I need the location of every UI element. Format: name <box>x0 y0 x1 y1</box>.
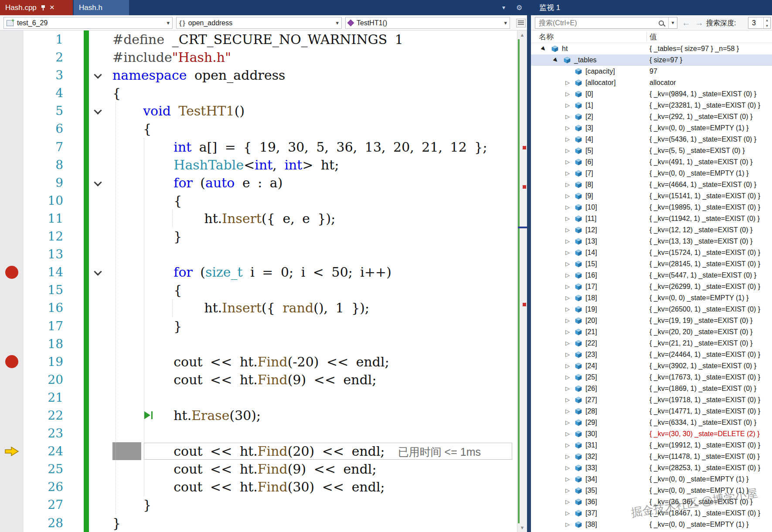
expand-arrow-icon[interactable]: ▷ <box>565 100 570 111</box>
watch-name[interactable]: [15] <box>585 258 597 270</box>
expand-arrow-icon[interactable]: ▷ <box>565 383 570 394</box>
watch-row-[5][interactable]: ▷[5]{ _kv=(5, 5) _state=EXIST (0) } <box>531 145 772 156</box>
watch-search[interactable]: ▾ <box>535 17 677 29</box>
breakpoint-margin[interactable] <box>0 84 24 102</box>
expand-arrow-icon[interactable]: ▷ <box>565 394 570 406</box>
watch-name[interactable]: [37] <box>585 508 597 519</box>
breakpoint-icon[interactable] <box>5 355 18 368</box>
watch-row-[18][interactable]: ▷[18]{ _kv=(0, 0) _state=EMPTY (1) } <box>531 292 772 304</box>
watch-value[interactable]: { _kv=(292, 1) _state=EXIST (0) } <box>650 111 752 122</box>
watch-row-_tables[interactable]: ▶_tables{ size=97 } <box>531 54 772 66</box>
expand-arrow-icon[interactable]: ▷ <box>565 428 570 440</box>
code-text[interactable] <box>108 335 527 353</box>
watch-value[interactable]: { _kv=(15724, 1) _state=EXIST (0) } <box>650 247 760 258</box>
watch-name[interactable]: [22] <box>585 338 597 349</box>
watch-name[interactable]: [18] <box>585 292 597 304</box>
watch-name[interactable]: [33] <box>585 462 597 474</box>
watch-name[interactable]: [20] <box>585 315 597 326</box>
watch-row-[29][interactable]: ▷[29]{ _kv=(6334, 1) _state=EXIST (0) } <box>531 417 772 428</box>
watch-value[interactable]: { _kv=(6334, 1) _state=EXIST (0) } <box>650 417 756 428</box>
expand-arrow-icon[interactable]: ▷ <box>565 247 570 258</box>
watch-row-[37][interactable]: ▷[37]{ _kv=(18467, 1) _state=EXIST (0) } <box>531 508 772 519</box>
spin-down-icon[interactable]: ▾ <box>764 23 770 29</box>
code-line-26[interactable]: 26 cout << ht.Find(30) << endl; <box>0 478 527 496</box>
expand-arrow-icon[interactable]: ▷ <box>565 156 570 168</box>
expand-arrow-icon[interactable]: ▷ <box>565 304 570 315</box>
code-line-3[interactable]: 3namespace open_address <box>0 66 527 84</box>
watch-value[interactable]: { _kv=(15141, 1) _state=EXIST (0) } <box>650 190 760 202</box>
watch-value[interactable]: { _kv=(0, 0) _state=EMPTY (1) } <box>650 519 748 530</box>
fold-margin[interactable] <box>89 192 108 210</box>
watch-value[interactable]: allocator <box>650 77 676 88</box>
watch-row-[25][interactable]: ▷[25]{ _kv=(17673, 1) _state=EXIST (0) } <box>531 372 772 383</box>
spin-up-icon[interactable]: ▴ <box>764 17 770 23</box>
code-line-14[interactable]: 14 for (size_t i = 0; i < 50; i++) <box>0 263 527 281</box>
watch-name[interactable]: [24] <box>585 360 597 372</box>
watch-row-[3][interactable]: ▷[3]{ _kv=(0, 0) _state=EMPTY (1) } <box>531 122 772 134</box>
collapse-chevron-icon[interactable] <box>94 107 102 115</box>
code-line-7[interactable]: 7 int a[] = { 19, 30, 5, 36, 13, 20, 21,… <box>0 138 527 156</box>
expand-arrow-icon[interactable]: ▷ <box>565 111 570 122</box>
breakpoint-margin[interactable] <box>0 496 24 514</box>
watch-name[interactable]: [16] <box>585 270 597 281</box>
fold-margin[interactable] <box>89 317 108 335</box>
fold-margin[interactable] <box>89 138 108 156</box>
watch-name[interactable]: [14] <box>585 247 597 258</box>
watch-value[interactable]: { _kv=(5447, 1) _state=EXIST (0) } <box>650 270 756 281</box>
watch-row-[capacity][interactable]: [capacity]97 <box>531 66 772 77</box>
watch-value[interactable]: { _kv=(3902, 1) _state=EXIST (0) } <box>650 360 756 372</box>
code-text[interactable]: } <box>108 317 527 335</box>
collapse-chevron-icon[interactable] <box>94 268 102 276</box>
code-text[interactable] <box>108 389 527 407</box>
column-value[interactable]: 值 <box>650 30 657 43</box>
watch-name[interactable]: [30] <box>585 428 597 440</box>
fold-margin[interactable] <box>89 66 108 84</box>
watch-value[interactable]: { _kv=(24464, 1) _state=EXIST (0) } <box>650 349 760 360</box>
watch-name[interactable]: [8] <box>585 179 593 190</box>
breakpoint-margin[interactable] <box>0 156 24 174</box>
expand-arrow-icon[interactable]: ▷ <box>565 258 570 270</box>
watch-name[interactable]: [11] <box>585 213 597 224</box>
dropdown-arrow-icon[interactable]: ▾ <box>504 20 507 26</box>
code-text[interactable]: #include"Hash.h" <box>108 48 527 66</box>
tab-hash-cpp[interactable]: Hash.cpp × <box>0 0 73 15</box>
breakpoint-margin[interactable] <box>0 317 24 335</box>
code-text[interactable]: cout << ht.Find(9) << endl; <box>108 371 527 389</box>
watch-row-[9][interactable]: ▷[9]{ _kv=(15141, 1) _state=EXIST (0) } <box>531 190 772 202</box>
breakpoint-margin[interactable] <box>0 30 24 48</box>
code-text[interactable]: } <box>108 514 527 532</box>
watch-name[interactable]: [38] <box>585 519 597 530</box>
expand-arrow-icon[interactable]: ▷ <box>565 360 570 372</box>
breakpoint-margin[interactable] <box>0 389 24 407</box>
expand-arrow-icon[interactable]: ▷ <box>565 451 570 462</box>
expand-arrow-icon[interactable]: ▷ <box>565 519 570 530</box>
expand-arrow-icon[interactable]: ▷ <box>565 236 570 247</box>
expand-arrow-icon[interactable]: ▷ <box>565 315 570 326</box>
code-line-9[interactable]: 9 for (auto e : a) <box>0 174 527 192</box>
watch-value[interactable]: { _kv=(11942, 1) _state=EXIST (0) } <box>650 213 760 224</box>
forward-arrow-icon[interactable]: → <box>695 15 704 30</box>
watch-row-[14][interactable]: ▷[14]{ _kv=(15724, 1) _state=EXIST (0) } <box>531 247 772 258</box>
fold-margin[interactable] <box>89 496 108 514</box>
watch-name[interactable]: [6] <box>585 156 593 168</box>
watch-name[interactable]: [capacity] <box>585 66 615 77</box>
watch-name[interactable]: _tables <box>574 54 597 66</box>
code-text[interactable]: ht.Erase(30); <box>108 407 527 424</box>
watch-row-[22][interactable]: ▷[22]{ _kv=(21, 21) _state=EXIST (0) } <box>531 338 772 349</box>
search-input[interactable] <box>535 19 659 27</box>
expand-arrow-icon[interactable]: ▷ <box>565 179 570 190</box>
code-line-11[interactable]: 11 ht.Insert({ e, e }); <box>0 210 527 227</box>
watch-name[interactable]: [26] <box>585 383 597 394</box>
watch-row-[28][interactable]: ▷[28]{ _kv=(14771, 1) _state=EXIST (0) } <box>531 406 772 417</box>
expand-arrow-icon[interactable]: ▷ <box>565 122 570 134</box>
fold-margin[interactable] <box>89 299 108 317</box>
code-line-4[interactable]: 4{ <box>0 84 527 102</box>
watch-row-[20][interactable]: ▷[20]{ _kv=(19, 19) _state=EXIST (0) } <box>531 315 772 326</box>
watch-row-[2][interactable]: ▷[2]{ _kv=(292, 1) _state=EXIST (0) } <box>531 111 772 122</box>
watch-value[interactable]: 97 <box>650 66 657 77</box>
breakpoint-margin[interactable] <box>0 299 24 317</box>
code-text[interactable]: { <box>108 120 527 138</box>
breakpoint-margin[interactable] <box>0 120 24 138</box>
gear-icon[interactable]: ⚙ <box>516 0 522 15</box>
watch-name[interactable]: [7] <box>585 168 593 179</box>
